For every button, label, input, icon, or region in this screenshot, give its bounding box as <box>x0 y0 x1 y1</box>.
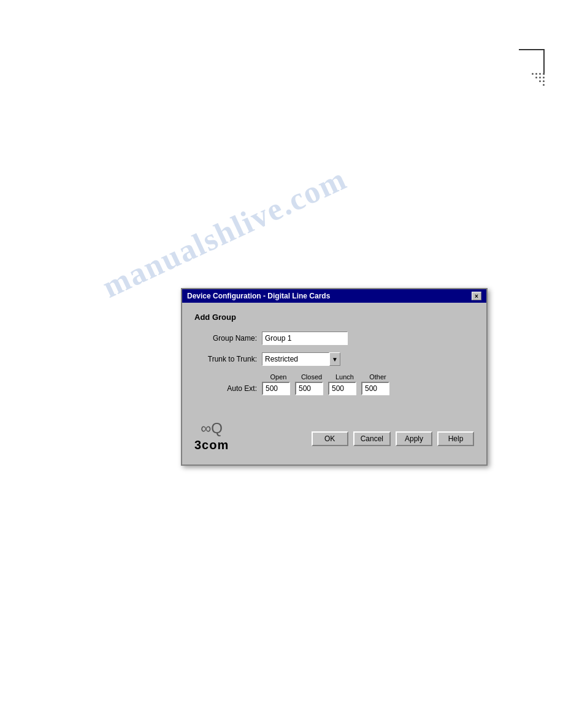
dialog-title: Device Configuration - Digital Line Card… <box>187 292 330 300</box>
trunk-to-trunk-input[interactable] <box>262 352 329 366</box>
group-name-label: Group Name: <box>194 334 262 343</box>
auto-ext-closed-input[interactable] <box>295 382 323 395</box>
trunk-dropdown-button[interactable]: ▼ <box>329 352 340 366</box>
dialog-body: Add Group Group Name: Trunk to Trunk: ▼ … <box>182 303 486 464</box>
corner-decoration <box>508 49 545 86</box>
dialog-window: Device Configuration - Digital Line Card… <box>181 288 488 466</box>
auto-ext-label: Auto Ext: <box>194 384 262 393</box>
auto-ext-lunch-input[interactable] <box>328 382 356 395</box>
trunk-to-trunk-row: Trunk to Trunk: ▼ <box>194 352 474 366</box>
ok-button[interactable]: OK <box>312 431 348 446</box>
section-title: Add Group <box>194 313 474 322</box>
logo-text: 3com <box>194 438 229 452</box>
logo-symbol: ∞Q <box>201 420 223 437</box>
dialog-buttons: OK Cancel Apply Help <box>312 431 474 452</box>
group-name-input[interactable] <box>262 332 348 345</box>
apply-button[interactable]: Apply <box>396 431 432 446</box>
trunk-to-trunk-label: Trunk to Trunk: <box>194 355 262 363</box>
auto-ext-section: Open Closed Lunch Other Auto Ext: <box>194 373 474 395</box>
lunch-column-label: Lunch <box>328 373 361 381</box>
watermark: manualshlive.com <box>97 160 353 305</box>
closed-column-label: Closed <box>295 373 328 381</box>
auto-ext-column-labels: Open Closed Lunch Other <box>262 373 474 381</box>
cancel-button[interactable]: Cancel <box>353 431 391 446</box>
auto-ext-other-input[interactable] <box>361 382 389 395</box>
group-name-row: Group Name: <box>194 332 474 345</box>
auto-ext-inputs <box>262 382 389 395</box>
dialog-titlebar: Device Configuration - Digital Line Card… <box>182 289 486 303</box>
help-button[interactable]: Help <box>437 431 474 446</box>
other-column-label: Other <box>361 373 394 381</box>
auto-ext-open-input[interactable] <box>262 382 290 395</box>
open-column-label: Open <box>262 373 295 381</box>
logo-3com: ∞Q 3com <box>194 420 229 452</box>
auto-ext-row: Auto Ext: <box>194 382 474 395</box>
close-button[interactable]: × <box>472 292 481 300</box>
trunk-dropdown-container: ▼ <box>262 352 340 366</box>
